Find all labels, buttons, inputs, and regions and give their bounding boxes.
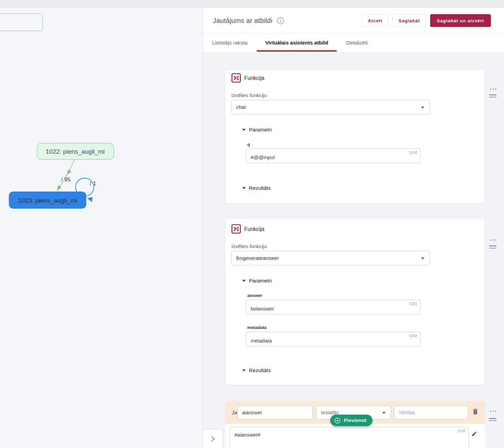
block-drag-handle[interactable]	[489, 245, 497, 250]
page-title: Jautājums ar atbildi	[213, 17, 272, 25]
edge-95-label: / 95	[61, 176, 71, 183]
char-counter: 1191	[409, 302, 417, 306]
parameters-label: Parametri	[249, 278, 272, 284]
panel-body: Funkcija Izvēlies funkciju chat Parametr…	[203, 53, 504, 448]
chevron-down-icon	[421, 107, 424, 109]
param-metadata-input[interactable]	[246, 332, 420, 346]
block-title: Funkcija	[244, 226, 264, 232]
flow-diagram: 1022: piens_augli_mi 1023: piens_augli_m…	[0, 135, 135, 219]
triangle-down-icon	[242, 369, 246, 371]
char-counter: 1192	[409, 334, 417, 338]
save-button[interactable]: Saglabāt	[392, 14, 426, 27]
param-answer-label: answer	[247, 293, 262, 298]
node-1023-label: 1023: piens_augli_mi	[18, 197, 77, 204]
parameters-section-toggle[interactable]: Parametri	[242, 127, 272, 133]
info-icon[interactable]	[277, 17, 284, 25]
tab-assistant-answers[interactable]: Virtuālais asistents atbild	[257, 34, 337, 52]
tab-bar: Lietotājs raksta Virtuālais asistents at…	[203, 34, 504, 53]
flow-canvas[interactable]: 1022: piens_augli_mi 1023: piens_augli_m…	[0, 8, 203, 448]
top-strip	[0, 0, 504, 8]
block-menu-button[interactable]	[490, 88, 496, 90]
param-answer-input[interactable]	[246, 300, 420, 314]
tab-user-writes[interactable]: Lietotājs raksta	[212, 40, 247, 47]
edge-arrowhead-end	[55, 185, 61, 191]
param-metadata-field: 1192	[246, 332, 421, 347]
tab-detailed[interactable]: Detalizēti	[346, 40, 368, 47]
param-metadata-label: metadata	[247, 325, 267, 330]
function-select-value: llmgenerateanswer	[236, 255, 279, 261]
parameters-label: Parametri	[249, 127, 272, 133]
result-section-toggle[interactable]: Rezultāts	[242, 185, 271, 191]
function-icon	[231, 73, 241, 83]
result-label: Rezultāts	[249, 367, 271, 374]
node-1022[interactable]: 1022: piens_augli_mi	[37, 143, 114, 159]
result-section-toggle[interactable]: Rezultāts	[242, 367, 271, 374]
function-icon	[231, 224, 241, 234]
self-loop-arrowhead	[86, 196, 93, 202]
chevron-right-icon	[209, 435, 216, 443]
if-label: Ja	[232, 401, 237, 424]
condition-value-input[interactable]	[394, 406, 468, 419]
header-buttons: Atcelt Saglabāt Saglabāt un aizvērt	[362, 14, 491, 27]
panel-expand-button[interactable]	[203, 429, 223, 448]
node-1022-label: 1022: piens_augli_mi	[46, 148, 105, 155]
save-and-close-button[interactable]: Saglabāt un aizvērt	[430, 14, 491, 27]
function-select[interactable]: chat	[231, 100, 430, 114]
trash-icon[interactable]	[472, 407, 479, 416]
parameters-section-toggle[interactable]: Parametri	[242, 278, 272, 284]
function-card-1: Funkcija Izvēlies funkciju chat Parametr…	[225, 70, 485, 203]
condition-body: #aianswer# 1192	[225, 424, 485, 448]
add-block-button[interactable]: Pievienot	[330, 415, 372, 426]
param-answer-field: 1191	[246, 300, 421, 315]
plus-circle-icon	[334, 417, 341, 424]
block-row-function-1: Funkcija Izvēlies funkciju chat Parametr…	[225, 70, 485, 203]
function-card-2: Funkcija Izvēlies funkciju llmgeneratean…	[225, 218, 485, 385]
editor-panel: Jautājums ar atbildi Atcelt Saglabāt Sag…	[203, 8, 504, 448]
block-title: Funkcija	[244, 75, 264, 81]
param-q-field: 1192	[246, 148, 421, 163]
block-drag-handle[interactable]	[489, 94, 497, 99]
param-q-label: q	[247, 142, 250, 147]
expression-textarea[interactable]: #aianswer#	[230, 427, 469, 448]
block-menu-button[interactable]	[490, 239, 496, 241]
chevron-down-icon	[382, 412, 386, 414]
triangle-down-icon	[242, 129, 246, 131]
function-select-label: Izvēlies funkciju	[231, 92, 267, 98]
expression-field: #aianswer# 1192	[229, 427, 469, 448]
edge-arrowhead-middle	[65, 170, 71, 176]
edge-1-label: / 1	[90, 180, 96, 187]
panel-header: Jautājums ar atbildi Atcelt Saglabāt Sag…	[203, 8, 504, 34]
char-counter: 1192	[409, 150, 417, 154]
function-select-label: Izvēlies funkciju	[231, 243, 267, 249]
result-label: Rezultāts	[249, 185, 271, 191]
cancel-button[interactable]: Atcelt	[362, 14, 388, 27]
node-1023[interactable]: 1023: piens_augli_mi	[9, 192, 86, 208]
add-block-label: Pievienot	[344, 418, 366, 423]
condition-variable-input[interactable]	[237, 406, 313, 419]
canvas-selection-box	[0, 13, 43, 31]
triangle-down-icon	[242, 280, 246, 282]
char-counter: 1192	[457, 429, 466, 433]
block-menu-button[interactable]	[490, 411, 496, 412]
param-q-input[interactable]	[246, 149, 420, 163]
function-select[interactable]: llmgenerateanswer	[231, 251, 430, 265]
edit-pencil-icon[interactable]	[471, 431, 477, 437]
function-select-value: chat	[236, 104, 246, 110]
chevron-down-icon	[421, 258, 424, 260]
triangle-down-icon	[242, 187, 246, 189]
edge-1022-1023	[57, 159, 75, 191]
block-drag-handle[interactable]	[489, 418, 497, 422]
block-row-function-2: Funkcija Izvēlies funkciju llmgeneratean…	[225, 218, 485, 385]
